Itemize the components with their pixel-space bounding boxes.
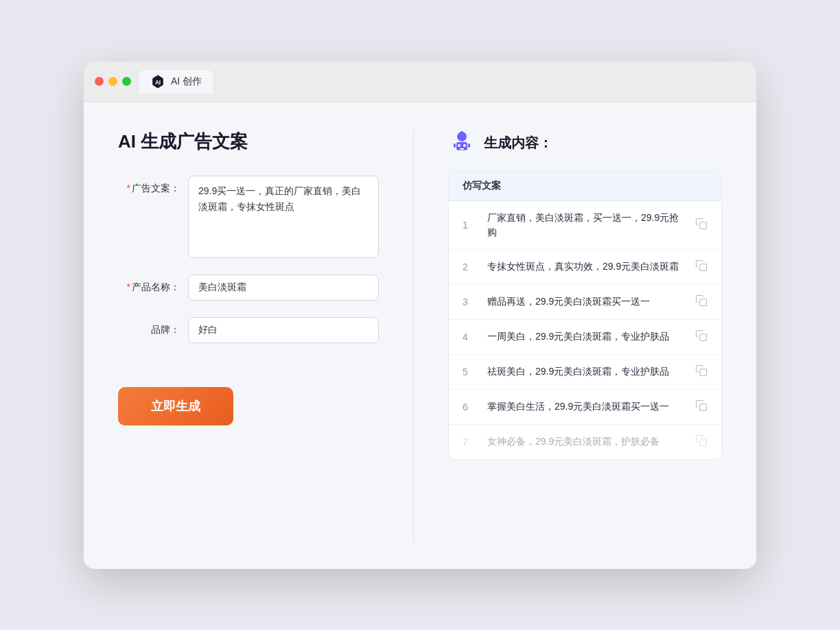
result-rows-container: 1厂家直销，美白淡斑霜，买一送一，29.9元抢购2专抹女性斑点，真实功效，29.…: [449, 201, 721, 459]
result-row: 5祛斑美白，29.9元美白淡斑霜，专业护肤品: [449, 355, 721, 390]
result-row: 7女神必备，29.9元美白淡斑霜，护肤必备: [449, 425, 721, 459]
svg-rect-10: [461, 132, 463, 137]
right-panel: 生成内容： 仿写文案 1厂家直销，美白淡斑霜，买一送一，29.9元抢购2专抹女性…: [448, 130, 722, 541]
copy-icon[interactable]: [695, 259, 708, 275]
row-number: 7: [463, 436, 476, 447]
browser-content: AI 生成广告文案 广告文案： 29.9买一送一，真正的厂家直销，美白淡斑霜，专…: [84, 102, 756, 569]
row-number: 1: [463, 220, 476, 231]
svg-rect-14: [700, 334, 707, 340]
svg-point-5: [463, 144, 466, 147]
copy-icon[interactable]: [695, 294, 708, 310]
svg-rect-15: [700, 369, 707, 375]
label-product-name: 产品名称：: [118, 275, 180, 294]
browser-window: AI AI 创作 AI 生成广告文案 广告文案： 29.9买一送一，真正的厂家直…: [84, 62, 756, 569]
traffic-light-close[interactable]: [95, 77, 104, 86]
row-text: 厂家直销，美白淡斑霜，买一送一，29.9元抢购: [487, 211, 684, 240]
form-group-brand: 品牌：: [118, 317, 379, 343]
label-ad-copy: 广告文案：: [118, 176, 180, 195]
result-header: 生成内容：: [448, 130, 722, 157]
row-text: 掌握美白生活，29.9元美白淡斑霜买一送一: [487, 399, 684, 414]
copy-icon[interactable]: [695, 218, 708, 233]
row-text: 祛斑美白，29.9元美白淡斑霜，专业护肤品: [487, 364, 684, 379]
panel-divider: [413, 130, 414, 541]
tab-label: AI 创作: [171, 75, 202, 88]
tab-ai-creation[interactable]: AI AI 创作: [139, 70, 213, 93]
copy-icon[interactable]: [695, 329, 708, 345]
form-group-ad-copy: 广告文案： 29.9买一送一，真正的厂家直销，美白淡斑霜，专抹女性斑点: [118, 176, 379, 258]
result-row: 4一周美白，29.9元美白淡斑霜，专业护肤品: [449, 320, 721, 355]
input-ad-copy[interactable]: 29.9买一送一，真正的厂家直销，美白淡斑霜，专抹女性斑点: [188, 176, 379, 258]
svg-rect-12: [700, 264, 707, 270]
svg-rect-16: [700, 404, 707, 410]
svg-text:AI: AI: [155, 79, 161, 85]
row-number: 3: [463, 296, 476, 307]
result-row: 3赠品再送，29.9元美白淡斑霜买一送一: [449, 285, 721, 320]
titlebar: AI AI 创作: [84, 62, 756, 102]
svg-rect-6: [460, 148, 464, 150]
svg-rect-17: [700, 439, 707, 445]
left-panel: AI 生成广告文案 广告文案： 29.9买一送一，真正的厂家直销，美白淡斑霜，专…: [118, 130, 379, 541]
traffic-lights: [95, 77, 131, 86]
row-number: 5: [463, 366, 476, 377]
result-row: 2专抹女性斑点，真实功效，29.9元美白淡斑霜: [449, 250, 721, 285]
row-text: 一周美白，29.9元美白淡斑霜，专业护肤品: [487, 329, 684, 344]
robot-icon: [448, 130, 476, 157]
result-table: 仿写文案 1厂家直销，美白淡斑霜，买一送一，29.9元抢购2专抹女性斑点，真实功…: [448, 171, 722, 460]
copy-icon[interactable]: [695, 434, 708, 450]
result-title: 生成内容：: [484, 134, 552, 152]
row-text: 女神必备，29.9元美白淡斑霜，护肤必备: [487, 434, 684, 449]
svg-point-4: [458, 144, 460, 147]
result-row: 1厂家直销，美白淡斑霜，买一送一，29.9元抢购: [449, 201, 721, 250]
label-brand: 品牌：: [118, 317, 180, 336]
page-title: AI 生成广告文案: [118, 130, 379, 154]
svg-rect-7: [454, 143, 456, 148]
form-group-product-name: 产品名称：: [118, 275, 379, 301]
row-number: 6: [463, 401, 476, 412]
row-text: 赠品再送，29.9元美白淡斑霜买一送一: [487, 294, 684, 309]
row-text: 专抹女性斑点，真实功效，29.9元美白淡斑霜: [487, 259, 684, 274]
input-product-name[interactable]: [188, 275, 379, 301]
svg-rect-11: [700, 222, 707, 229]
ai-tab-icon: AI: [150, 74, 165, 89]
result-table-header: 仿写文案: [449, 172, 721, 201]
row-number: 4: [463, 331, 476, 342]
svg-rect-13: [700, 299, 707, 305]
traffic-light-maximize[interactable]: [122, 77, 131, 86]
svg-rect-8: [468, 143, 470, 148]
generate-button[interactable]: 立即生成: [118, 387, 233, 425]
input-brand[interactable]: [188, 317, 379, 343]
result-row: 6掌握美白生活，29.9元美白淡斑霜买一送一: [449, 390, 721, 425]
copy-icon[interactable]: [695, 364, 708, 380]
traffic-light-minimize[interactable]: [108, 77, 117, 86]
copy-icon[interactable]: [695, 399, 708, 415]
row-number: 2: [463, 261, 476, 272]
